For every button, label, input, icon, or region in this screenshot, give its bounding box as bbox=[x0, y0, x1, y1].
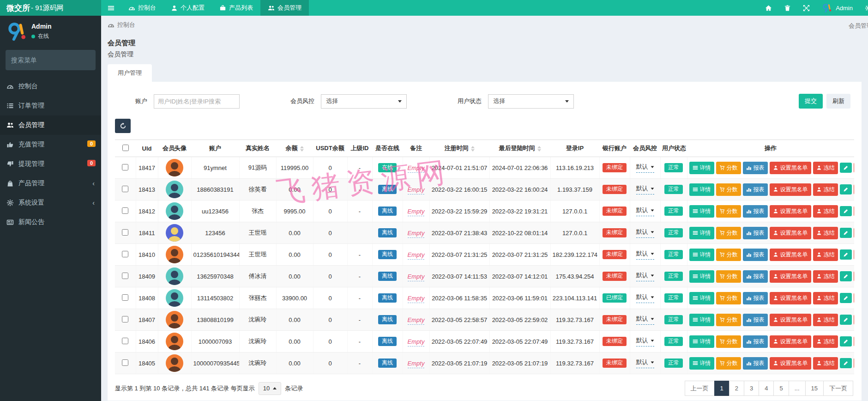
row-checkbox[interactable] bbox=[122, 316, 128, 322]
delete-action-button[interactable] bbox=[854, 358, 855, 368]
report-action-button[interactable]: 报表 bbox=[743, 162, 768, 174]
sidebar-item-withdraw[interactable]: 提现管理0 bbox=[0, 154, 101, 174]
row-checkbox[interactable] bbox=[122, 294, 128, 301]
report-action-button[interactable]: 报表 bbox=[743, 357, 768, 370]
remark-link[interactable]: Empty bbox=[408, 316, 425, 325]
edit-action-button[interactable] bbox=[840, 271, 852, 281]
trash-button[interactable] bbox=[784, 5, 791, 12]
edit-action-button[interactable] bbox=[840, 184, 852, 194]
pagination-page-5[interactable]: 5 bbox=[773, 381, 789, 396]
report-action-button[interactable]: 报表 bbox=[743, 183, 768, 196]
blacklist-action-button[interactable]: 设置黑名单 bbox=[770, 314, 811, 326]
nav-item-dashboard[interactable]: 控制台 bbox=[121, 0, 163, 16]
delete-action-button[interactable] bbox=[854, 206, 855, 216]
pagination-page-2[interactable]: 2 bbox=[729, 381, 744, 396]
freeze-action-button[interactable]: 冻结 bbox=[813, 227, 838, 239]
table-refresh-button[interactable] bbox=[115, 119, 131, 133]
sidebar-item-orders[interactable]: 订单管理 bbox=[0, 96, 101, 115]
delete-action-button[interactable] bbox=[854, 249, 855, 260]
sidebar-item-dashboard[interactable]: 控制台 bbox=[0, 77, 101, 96]
row-checkbox[interactable] bbox=[122, 251, 128, 257]
risk-control-dropdown[interactable]: 默认 bbox=[636, 293, 654, 303]
delete-action-button[interactable] bbox=[854, 271, 855, 281]
freeze-action-button[interactable]: 冻结 bbox=[813, 314, 838, 326]
risk-select[interactable]: 选择 bbox=[321, 94, 407, 109]
detail-action-button[interactable]: 详情 bbox=[689, 249, 714, 261]
edit-action-button[interactable] bbox=[840, 358, 852, 368]
risk-control-dropdown[interactable]: 默认 bbox=[636, 336, 654, 346]
sort-icon[interactable] bbox=[471, 146, 475, 152]
risk-control-dropdown[interactable]: 默认 bbox=[636, 271, 654, 281]
remark-link[interactable]: Empty bbox=[408, 186, 425, 194]
detail-action-button[interactable]: 详情 bbox=[689, 357, 714, 370]
score-action-button[interactable]: 分数 bbox=[716, 292, 741, 304]
blacklist-action-button[interactable]: 设置黑名单 bbox=[770, 357, 811, 370]
score-action-button[interactable]: 分数 bbox=[716, 335, 741, 348]
row-checkbox[interactable] bbox=[122, 338, 128, 344]
sidebar-item-products[interactable]: 产品管理‹ bbox=[0, 174, 101, 193]
delete-action-button[interactable] bbox=[854, 163, 855, 173]
breadcrumb-dashboard-link[interactable]: 控制台 bbox=[108, 21, 135, 29]
row-checkbox[interactable] bbox=[122, 273, 128, 279]
detail-action-button[interactable]: 详情 bbox=[689, 162, 714, 174]
score-action-button[interactable]: 分数 bbox=[716, 205, 741, 218]
row-checkbox[interactable] bbox=[122, 229, 128, 236]
blacklist-action-button[interactable]: 设置黑名单 bbox=[770, 162, 811, 174]
score-action-button[interactable]: 分数 bbox=[716, 249, 741, 261]
blacklist-action-button[interactable]: 设置黑名单 bbox=[770, 292, 811, 304]
remark-link[interactable]: Empty bbox=[408, 251, 425, 260]
risk-control-dropdown[interactable]: 默认 bbox=[636, 228, 654, 238]
edit-action-button[interactable] bbox=[840, 206, 852, 216]
column-header[interactable]: 注册时间 bbox=[429, 140, 489, 157]
delete-action-button[interactable] bbox=[854, 184, 855, 194]
delete-action-button[interactable] bbox=[854, 315, 855, 325]
admin-menu[interactable]: Admin bbox=[822, 3, 853, 13]
nav-item-members[interactable]: 会员管理 bbox=[260, 0, 309, 16]
detail-action-button[interactable]: 详情 bbox=[689, 314, 714, 326]
pagination-page-4[interactable]: 4 bbox=[759, 381, 774, 396]
blacklist-action-button[interactable]: 设置黑名单 bbox=[770, 183, 811, 196]
detail-action-button[interactable]: 详情 bbox=[689, 335, 714, 348]
remark-link[interactable]: Empty bbox=[408, 338, 425, 346]
column-header[interactable]: 余额 bbox=[276, 140, 313, 157]
submit-button[interactable]: 提交 bbox=[799, 94, 823, 109]
home-button[interactable] bbox=[765, 5, 772, 12]
pagination-page-15[interactable]: 15 bbox=[805, 381, 824, 396]
pagination-page-1[interactable]: 1 bbox=[714, 381, 729, 396]
detail-action-button[interactable]: 详情 bbox=[689, 183, 714, 196]
score-action-button[interactable]: 分数 bbox=[716, 314, 741, 326]
edit-action-button[interactable] bbox=[840, 336, 852, 346]
edit-action-button[interactable] bbox=[840, 228, 852, 238]
row-checkbox[interactable] bbox=[122, 186, 128, 192]
blacklist-action-button[interactable]: 设置黑名单 bbox=[770, 270, 811, 283]
remark-link[interactable]: Empty bbox=[408, 164, 425, 173]
delete-action-button[interactable] bbox=[854, 228, 855, 238]
freeze-action-button[interactable]: 冻结 bbox=[813, 270, 838, 283]
pagination-prev[interactable]: 上一页 bbox=[685, 381, 715, 396]
edit-action-button[interactable] bbox=[840, 249, 852, 260]
report-action-button[interactable]: 报表 bbox=[743, 314, 768, 326]
report-action-button[interactable]: 报表 bbox=[743, 249, 768, 261]
risk-control-dropdown[interactable]: 默认 bbox=[636, 206, 654, 216]
blacklist-action-button[interactable]: 设置黑名单 bbox=[770, 205, 811, 218]
report-action-button[interactable]: 报表 bbox=[743, 205, 768, 218]
risk-control-dropdown[interactable]: 默认 bbox=[636, 249, 654, 260]
freeze-action-button[interactable]: 冻结 bbox=[813, 183, 838, 196]
sidebar-item-members[interactable]: 会员管理 bbox=[0, 115, 101, 135]
sidebar-item-news[interactable]: 新闻公告 bbox=[0, 213, 101, 232]
sidebar-search-input[interactable] bbox=[11, 56, 95, 64]
tab-user-management[interactable]: 用户管理 bbox=[108, 64, 152, 82]
remark-link[interactable]: Empty bbox=[408, 273, 425, 281]
freeze-action-button[interactable]: 冻结 bbox=[813, 292, 838, 304]
report-action-button[interactable]: 报表 bbox=[743, 292, 768, 304]
risk-control-dropdown[interactable]: 默认 bbox=[636, 163, 654, 173]
freeze-action-button[interactable]: 冻结 bbox=[813, 357, 838, 370]
blacklist-action-button[interactable]: 设置黑名单 bbox=[770, 227, 811, 239]
risk-control-dropdown[interactable]: 默认 bbox=[636, 358, 654, 368]
remark-link[interactable]: Empty bbox=[408, 360, 425, 368]
detail-action-button[interactable]: 详情 bbox=[689, 292, 714, 304]
remark-link[interactable]: Empty bbox=[408, 230, 425, 238]
delete-action-button[interactable] bbox=[854, 293, 855, 303]
score-action-button[interactable]: 分数 bbox=[716, 183, 741, 196]
per-page-select[interactable]: 10 bbox=[259, 382, 281, 395]
